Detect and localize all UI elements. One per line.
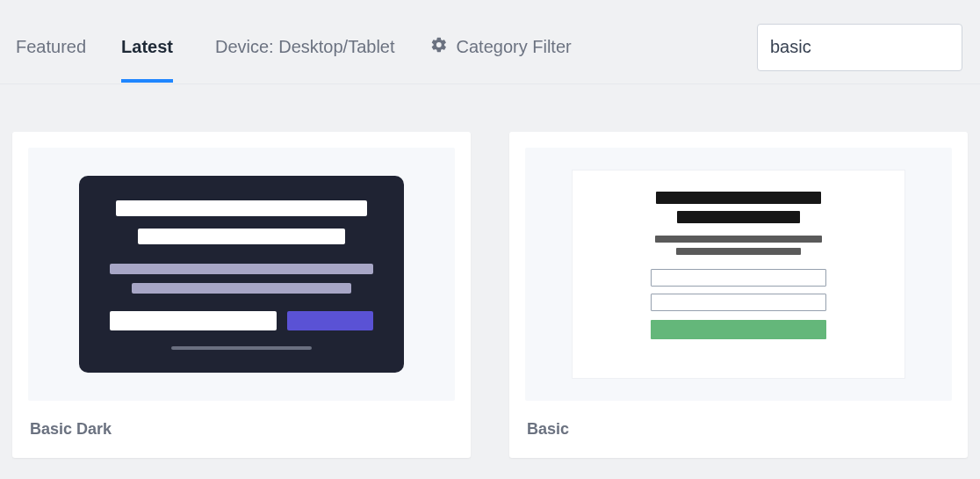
card-title: Basic xyxy=(509,417,968,458)
template-card-basic[interactable]: Basic xyxy=(509,132,968,458)
search-input[interactable] xyxy=(770,37,980,57)
gear-icon xyxy=(430,36,448,58)
preview-basic xyxy=(572,170,905,379)
tab-device[interactable]: Device: Desktop/Tablet xyxy=(215,19,395,82)
tabs: Featured Latest Device: Desktop/Tablet xyxy=(16,19,395,82)
tab-latest[interactable]: Latest xyxy=(121,19,173,82)
category-filter[interactable]: Category Filter xyxy=(430,18,572,83)
card-grid: Basic Dark Basic xyxy=(0,84,980,458)
card-title: Basic Dark xyxy=(12,417,471,458)
category-filter-label: Category Filter xyxy=(457,37,572,57)
template-card-basic-dark[interactable]: Basic Dark xyxy=(12,132,471,458)
tab-featured[interactable]: Featured xyxy=(16,19,86,82)
toolbar: Featured Latest Device: Desktop/Tablet C… xyxy=(0,0,980,84)
preview-basic-dark xyxy=(79,176,404,373)
search-box xyxy=(757,24,962,71)
card-preview xyxy=(28,148,455,401)
card-preview xyxy=(525,148,952,401)
